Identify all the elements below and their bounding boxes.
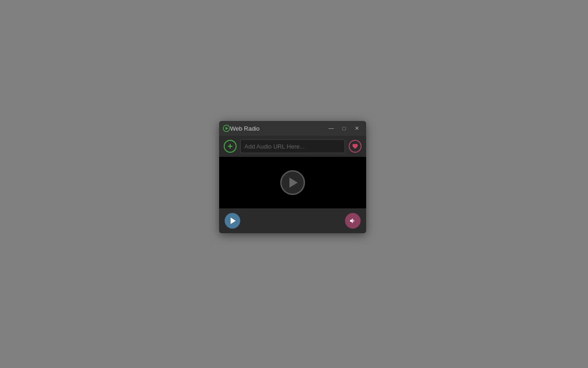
url-bar: [219, 136, 366, 157]
favorite-button[interactable]: [349, 140, 362, 153]
svg-marker-1: [226, 127, 228, 130]
app-icon: [223, 125, 230, 132]
play-icon: [231, 218, 236, 224]
heart-icon: [352, 143, 358, 150]
plus-icon: [227, 143, 233, 150]
minimize-button[interactable]: —: [326, 123, 337, 133]
play-button[interactable]: [225, 213, 240, 229]
add-url-button[interactable]: [224, 140, 237, 153]
window-controls: — □ ✕: [326, 123, 362, 133]
maximize-button[interactable]: □: [339, 123, 350, 133]
app-window: Web Radio — □ ✕: [219, 121, 366, 233]
play-large-button[interactable]: [280, 170, 305, 195]
controls-bar: [219, 208, 366, 233]
title-bar: Web Radio — □ ✕: [219, 121, 366, 136]
close-button[interactable]: ✕: [351, 123, 362, 133]
play-large-icon: [289, 178, 298, 188]
volume-button[interactable]: [345, 213, 361, 229]
url-input[interactable]: [240, 139, 345, 153]
desktop: Web Radio — □ ✕: [0, 0, 588, 368]
volume-icon: [349, 217, 356, 224]
video-area: [219, 157, 366, 208]
window-title: Web Radio: [230, 125, 326, 132]
